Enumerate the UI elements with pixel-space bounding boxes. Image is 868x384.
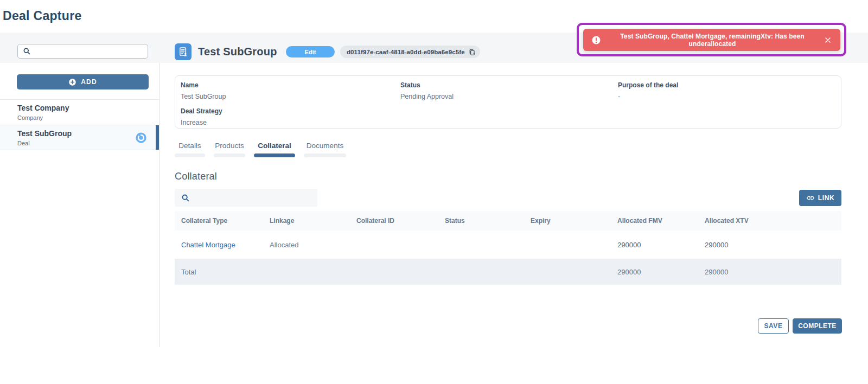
entity-list: Test Company Company Test SubGroup Deal (0, 99, 159, 150)
tab-collateral[interactable]: Collateral (254, 142, 295, 157)
total-label: Total (175, 268, 263, 276)
field-label-status: Status (400, 81, 420, 89)
link-button[interactable]: LINK (799, 190, 841, 206)
entity-type: Company (17, 114, 159, 121)
table-total-row: Total 290000 290000 (175, 259, 841, 285)
field-label-deal-strategy: Deal Strategy (181, 107, 222, 115)
field-value-name: Test SubGroup (181, 93, 226, 100)
col-linkage: Linkage (263, 217, 350, 225)
total-allocated-xtv: 290000 (698, 268, 841, 276)
deal-capture-app: Deal Capture Test SubGroup, Chattel Mort… (0, 0, 868, 384)
col-collateral-type: Collateral Type (175, 217, 263, 225)
field-value-deal-strategy: Increase (181, 119, 207, 126)
field-label-name: Name (181, 81, 199, 89)
search-icon (181, 194, 190, 202)
col-expiry: Expiry (524, 217, 611, 225)
page-title: Deal Capture (3, 9, 81, 23)
complete-button[interactable]: COMPLETE (793, 318, 842, 334)
add-button[interactable]: ADD (17, 74, 149, 89)
table-header-row: Collateral Type Linkage Collateral ID St… (175, 211, 841, 231)
sync-status-icon (135, 132, 147, 144)
deal-document-icon (175, 43, 192, 60)
save-button[interactable]: SAVE (758, 318, 789, 334)
error-toast: Test SubGroup, Chattel Mortgage, remaini… (583, 29, 840, 51)
total-allocated-fmv: 290000 (611, 268, 698, 276)
deal-title: Test SubGroup (198, 46, 277, 58)
deal-id-pill: d011f97e-caaf-4818-a0dd-e09ba6e9c5fe (340, 46, 480, 58)
deal-details-card: Name Test SubGroup Status Pending Approv… (175, 75, 841, 129)
sidebar-item-test-subgroup[interactable]: Test SubGroup Deal (0, 125, 159, 150)
col-collateral-id: Collateral ID (350, 217, 438, 225)
col-status: Status (438, 217, 524, 225)
collateral-table: Collateral Type Linkage Collateral ID St… (175, 211, 841, 285)
toast-message: Test SubGroup, Chattel Mortgage, remaini… (601, 33, 824, 48)
col-allocated-fmv: Allocated FMV (611, 217, 698, 225)
add-button-label: ADD (81, 78, 97, 86)
tab-documents[interactable]: Documents (304, 142, 346, 157)
deal-id-text: d011f97e-caaf-4818-a0dd-e09ba6e9c5fe (347, 49, 465, 55)
field-value-status: Pending Approval (400, 93, 454, 100)
field-label-purpose: Purpose of the deal (618, 81, 678, 89)
sidebar-search (17, 44, 148, 59)
tab-products[interactable]: Products (214, 142, 245, 157)
table-row: Chattel Mortgage Allocated 290000 290000 (175, 231, 841, 259)
collateral-search (175, 189, 317, 207)
plus-circle-icon (68, 78, 76, 86)
sidebar-item-test-company[interactable]: Test Company Company (0, 99, 159, 125)
allocated-xtv-cell: 290000 (698, 241, 841, 249)
col-allocated-xtv: Allocated XTV (698, 217, 841, 225)
link-button-label: LINK (818, 194, 834, 202)
deal-tabs: Details Products Collateral Documents (175, 142, 346, 157)
sidebar-search-input[interactable] (35, 48, 143, 55)
allocated-fmv-cell: 290000 (611, 241, 698, 249)
tab-details[interactable]: Details (175, 142, 205, 157)
entity-name: Test Company (17, 104, 159, 113)
field-value-purpose: - (618, 93, 620, 100)
linkage-cell: Allocated (263, 241, 350, 249)
alert-icon (591, 35, 601, 45)
collateral-heading: Collateral (175, 171, 217, 182)
search-icon (23, 47, 31, 55)
sidebar-divider (159, 63, 159, 347)
link-icon (806, 194, 815, 202)
close-icon[interactable] (824, 36, 832, 44)
edit-button[interactable]: Edit (286, 46, 335, 57)
collateral-search-input[interactable] (194, 194, 311, 202)
copy-icon[interactable] (468, 48, 476, 56)
collateral-type-link[interactable]: Chattel Mortgage (181, 241, 235, 249)
